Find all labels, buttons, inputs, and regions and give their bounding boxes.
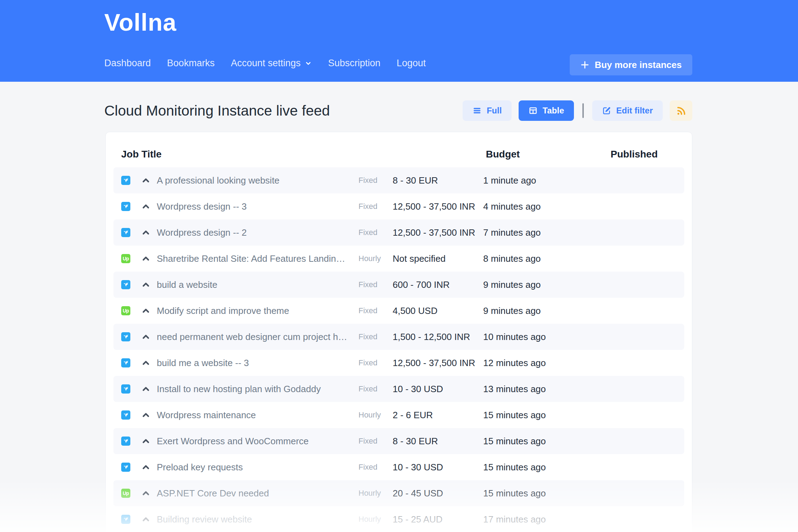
freelancer-icon bbox=[121, 228, 130, 237]
published-time: 1 minute ago bbox=[483, 175, 677, 186]
job-title-link[interactable]: build a website bbox=[157, 279, 359, 290]
chevron-up-icon[interactable] bbox=[142, 411, 150, 419]
chevron-up-icon[interactable] bbox=[142, 385, 150, 393]
budget-value: 12,500 - 37,500 INR bbox=[393, 201, 483, 212]
view-table-label: Table bbox=[543, 106, 564, 116]
table-row[interactable]: Up ASP.NET Core Dev needed Hourly 20 - 4… bbox=[113, 480, 684, 506]
chevron-up-icon[interactable] bbox=[142, 463, 150, 471]
budget-value: 15 - 25 AUD bbox=[393, 514, 483, 525]
column-header-budget: Budget bbox=[486, 149, 611, 160]
chevron-up-icon[interactable] bbox=[142, 515, 150, 523]
view-table-button[interactable]: Table bbox=[519, 100, 574, 121]
main-nav: Dashboard Bookmarks Account settings Sub… bbox=[104, 58, 426, 69]
freelancer-icon bbox=[121, 280, 130, 289]
table-row[interactable]: Preload key requests Fixed 10 - 30 USD 1… bbox=[113, 454, 684, 480]
upwork-icon: Up bbox=[121, 306, 130, 315]
budget-type-label: Hourly bbox=[359, 515, 393, 524]
edit-filter-label: Edit filter bbox=[616, 106, 653, 116]
freelancer-icon bbox=[121, 332, 130, 341]
freelancer-icon bbox=[121, 176, 130, 185]
chevron-up-icon[interactable] bbox=[142, 177, 150, 184]
freelancer-icon bbox=[121, 463, 130, 472]
table-row[interactable]: Wordpress design -- 3 Fixed 12,500 - 37,… bbox=[113, 193, 684, 219]
nav-dashboard[interactable]: Dashboard bbox=[104, 58, 151, 69]
job-title-link[interactable]: Building review website bbox=[157, 514, 359, 525]
budget-value: 1,500 - 12,500 INR bbox=[393, 332, 483, 342]
job-title-link[interactable]: Preload key requests bbox=[157, 462, 359, 473]
nav-account-settings-label: Account settings bbox=[231, 58, 301, 69]
budget-value: 10 - 30 USD bbox=[393, 462, 483, 473]
edit-pencil-icon bbox=[602, 106, 611, 115]
chevron-up-icon[interactable] bbox=[142, 307, 150, 315]
column-header-published: Published bbox=[611, 149, 676, 160]
table-row[interactable]: build a website Fixed 600 - 700 INR 9 mi… bbox=[113, 272, 684, 298]
chevron-up-icon[interactable] bbox=[142, 229, 150, 236]
view-full-label: Full bbox=[487, 106, 502, 116]
chevron-up-icon[interactable] bbox=[142, 489, 150, 497]
title-row: Cloud Monitoring Instance live feed Full… bbox=[104, 99, 692, 122]
nav-account-settings[interactable]: Account settings bbox=[231, 58, 312, 69]
published-time: 17 minutes ago bbox=[483, 514, 677, 525]
job-title-link[interactable]: Modify script and improve theme bbox=[157, 305, 359, 316]
table-row[interactable]: Exert Wordpress and WooCommerce Fixed 8 … bbox=[113, 428, 684, 454]
published-time: 4 minutes ago bbox=[483, 201, 677, 212]
published-time: 9 minutes ago bbox=[483, 279, 677, 290]
published-time: 15 minutes ago bbox=[483, 488, 677, 499]
budget-value: 2 - 6 EUR bbox=[393, 410, 483, 421]
nav-logout[interactable]: Logout bbox=[397, 58, 426, 69]
budget-value: 8 - 30 EUR bbox=[393, 175, 483, 186]
jobs-table-card: Job Title Budget Published A professiona… bbox=[105, 132, 692, 532]
budget-type-label: Fixed bbox=[359, 384, 393, 394]
view-full-button[interactable]: Full bbox=[463, 100, 512, 121]
table-row[interactable]: Wordpress maintenance Hourly 2 - 6 EUR 1… bbox=[113, 402, 684, 428]
job-title-link[interactable]: build me a website -- 3 bbox=[157, 358, 359, 369]
table-row[interactable]: Building review website Hourly 15 - 25 A… bbox=[113, 506, 684, 532]
budget-value: 4,500 USD bbox=[393, 305, 483, 316]
table-row[interactable]: Up Sharetribe Rental Site: Add Features … bbox=[113, 246, 684, 272]
budget-value: Not specified bbox=[393, 253, 483, 264]
table-row[interactable]: Install to new hosting plan with Godaddy… bbox=[113, 376, 684, 402]
job-title-link[interactable]: Sharetribe Rental Site: Add Features Lan… bbox=[157, 253, 359, 264]
chevron-up-icon[interactable] bbox=[142, 437, 150, 445]
brand-logo[interactable]: Vollna bbox=[104, 9, 177, 36]
table-row[interactable]: build me a website -- 3 Fixed 12,500 - 3… bbox=[113, 350, 684, 376]
chevron-up-icon[interactable] bbox=[142, 203, 150, 210]
edit-filter-button[interactable]: Edit filter bbox=[592, 100, 663, 121]
budget-value: 8 - 30 EUR bbox=[393, 436, 483, 447]
published-time: 8 minutes ago bbox=[483, 253, 677, 264]
table-row[interactable]: Up Modify script and improve theme Fixed… bbox=[113, 298, 684, 324]
table-row[interactable]: need permanent web designer cum project … bbox=[113, 324, 684, 350]
job-title-link[interactable]: Exert Wordpress and WooCommerce bbox=[157, 436, 359, 447]
job-title-link[interactable]: Wordpress design -- 3 bbox=[157, 201, 359, 212]
budget-type-label: Hourly bbox=[359, 489, 393, 498]
rss-feed-button[interactable] bbox=[670, 100, 692, 121]
published-time: 15 minutes ago bbox=[483, 436, 677, 447]
job-title-link[interactable]: need permanent web designer cum project … bbox=[157, 332, 359, 342]
freelancer-icon bbox=[121, 358, 130, 367]
job-title-link[interactable]: A professional looking website bbox=[157, 175, 359, 186]
published-time: 7 minutes ago bbox=[483, 227, 677, 238]
table-row[interactable]: Wordpress design -- 2 Fixed 12,500 - 37,… bbox=[113, 219, 684, 246]
budget-type-label: Fixed bbox=[359, 176, 393, 185]
job-title-link[interactable]: Install to new hosting plan with Godaddy bbox=[157, 384, 359, 395]
freelancer-icon bbox=[121, 515, 130, 524]
chevron-up-icon[interactable] bbox=[142, 333, 150, 341]
budget-type-label: Fixed bbox=[359, 437, 393, 446]
nav-bookmarks[interactable]: Bookmarks bbox=[167, 58, 215, 69]
job-title-link[interactable]: Wordpress design -- 2 bbox=[157, 227, 359, 238]
job-title-link[interactable]: ASP.NET Core Dev needed bbox=[157, 488, 359, 499]
nav-bookmarks-label: Bookmarks bbox=[167, 58, 215, 69]
chevron-up-icon[interactable] bbox=[142, 255, 150, 262]
chevron-up-icon[interactable] bbox=[142, 359, 150, 367]
view-toolbar: Full Table Edit filter bbox=[463, 100, 692, 121]
chevron-up-icon[interactable] bbox=[142, 281, 150, 289]
buy-more-instances-button[interactable]: Buy more instances bbox=[570, 54, 692, 75]
freelancer-icon bbox=[121, 410, 130, 420]
nav-subscription[interactable]: Subscription bbox=[328, 58, 381, 69]
budget-type-label: Hourly bbox=[359, 254, 393, 263]
table-row[interactable]: A professional looking website Fixed 8 -… bbox=[113, 167, 684, 193]
job-title-link[interactable]: Wordpress maintenance bbox=[157, 410, 359, 421]
budget-type-label: Fixed bbox=[359, 463, 393, 472]
budget-type-label: Fixed bbox=[359, 306, 393, 315]
table-grid-icon bbox=[528, 106, 538, 115]
